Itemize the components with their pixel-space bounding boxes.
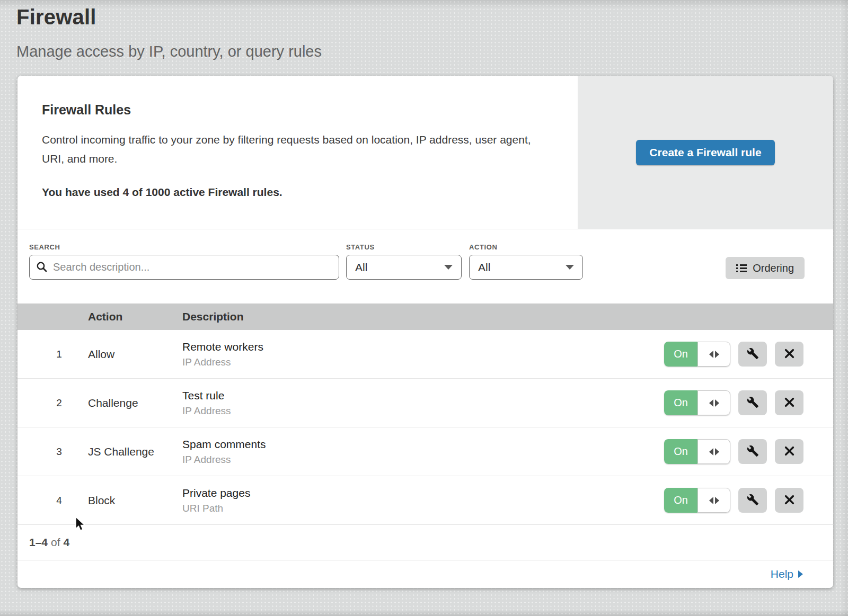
- page-header: Firewall Manage access by IP, country, o…: [0, 0, 848, 60]
- column-header-action: Action: [88, 310, 182, 323]
- delete-rule-button[interactable]: [775, 390, 803, 415]
- table-header: Action Description: [17, 303, 833, 330]
- rule-match-type: URI Path: [182, 503, 664, 514]
- toggle-arrows-icon: [697, 342, 730, 367]
- close-icon: [784, 397, 795, 409]
- rule-controls: On: [664, 390, 833, 415]
- rule-match-type: IP Address: [182, 405, 664, 417]
- dropdown-arrow-icon: [566, 265, 574, 270]
- rule-action: Block: [88, 494, 182, 507]
- rule-priority: 4: [17, 495, 88, 506]
- rule-enabled-toggle[interactable]: On: [664, 342, 730, 367]
- rule-description-cell: Private pages URI Path: [182, 487, 664, 514]
- close-icon: [784, 348, 795, 361]
- rule-action: Allow: [88, 348, 182, 361]
- rule-priority: 1: [17, 349, 88, 360]
- ordering-button[interactable]: Ordering: [726, 257, 805, 279]
- toggle-state-label: On: [664, 390, 697, 415]
- table-row: 4 Block Private pages URI Path On: [17, 476, 833, 525]
- rule-priority: 2: [17, 397, 88, 409]
- rule-description-cell: Spam comments IP Address: [182, 438, 664, 466]
- toggle-arrows-icon: [697, 488, 730, 513]
- action-select[interactable]: All: [469, 255, 583, 280]
- rule-description-cell: Remote workers IP Address: [182, 341, 664, 368]
- rule-enabled-toggle[interactable]: On: [664, 390, 730, 415]
- create-rule-panel: Create a Firewall rule: [578, 76, 833, 229]
- column-header-description: Description: [182, 310, 833, 323]
- rule-description: Spam comments: [182, 438, 664, 451]
- delete-rule-button[interactable]: [775, 488, 803, 513]
- intro-text-block: Firewall Rules Control incoming traffic …: [17, 76, 578, 229]
- rule-enabled-toggle[interactable]: On: [664, 488, 730, 513]
- wrench-icon: [747, 396, 759, 410]
- table-row: 3 JS Challenge Spam comments IP Address …: [17, 427, 833, 476]
- wrench-icon: [747, 494, 759, 507]
- help-arrow-icon: [798, 570, 803, 578]
- rule-match-type: IP Address: [182, 454, 664, 466]
- table-row: 2 Challenge Test rule IP Address On: [17, 379, 833, 427]
- intro-description: Control incoming traffic to your zone by…: [42, 130, 543, 168]
- rule-description: Private pages: [182, 487, 664, 499]
- filters-section: SEARCH STATUS All ACTION All: [17, 229, 833, 303]
- edit-rule-button[interactable]: [738, 488, 767, 513]
- rule-action: Challenge: [88, 397, 182, 409]
- help-link-label: Help: [771, 568, 793, 581]
- action-label: ACTION: [469, 243, 497, 251]
- rule-priority: 3: [17, 446, 88, 458]
- search-input[interactable]: [29, 255, 339, 280]
- rule-description: Test rule: [182, 389, 664, 402]
- delete-rule-button[interactable]: [775, 439, 803, 464]
- pagination-of: of: [51, 536, 60, 549]
- page-subtitle: Manage access by IP, country, or query r…: [16, 43, 848, 60]
- firewall-rules-card: Firewall Rules Control incoming traffic …: [17, 76, 833, 588]
- toggle-state-label: On: [664, 439, 697, 464]
- rule-action: JS Challenge: [88, 445, 182, 458]
- close-icon: [784, 445, 795, 458]
- status-select[interactable]: All: [346, 255, 462, 280]
- rule-match-type: IP Address: [182, 356, 664, 368]
- wrench-icon: [747, 347, 759, 361]
- toggle-state-label: On: [664, 488, 697, 513]
- card-intro-section: Firewall Rules Control incoming traffic …: [17, 76, 833, 229]
- help-link[interactable]: Help: [771, 568, 803, 581]
- rule-enabled-toggle[interactable]: On: [664, 439, 730, 464]
- delete-rule-button[interactable]: [775, 342, 803, 367]
- toggle-arrows-icon: [697, 439, 730, 464]
- toggle-state-label: On: [664, 342, 697, 367]
- pagination-total: 4: [64, 536, 70, 549]
- edit-rule-button[interactable]: [738, 439, 767, 464]
- search-icon: [36, 261, 48, 275]
- action-selected-value: All: [478, 261, 490, 274]
- pagination-status: 1–4 of 4: [17, 525, 833, 560]
- toggle-arrows-icon: [697, 390, 730, 415]
- edit-rule-button[interactable]: [738, 342, 767, 367]
- rule-description-cell: Test rule IP Address: [182, 389, 664, 417]
- page-title: Firewall: [16, 5, 848, 29]
- pagination-range: 1–4: [29, 536, 48, 549]
- create-firewall-rule-button[interactable]: Create a Firewall rule: [636, 140, 774, 165]
- rule-controls: On: [664, 342, 833, 367]
- table-row: 1 Allow Remote workers IP Address On: [17, 330, 833, 379]
- ordering-icon: [736, 264, 747, 272]
- edit-rule-button[interactable]: [738, 390, 767, 415]
- wrench-icon: [747, 445, 759, 459]
- intro-heading: Firewall Rules: [42, 102, 553, 118]
- dropdown-arrow-icon: [444, 265, 453, 270]
- status-label: STATUS: [346, 243, 375, 251]
- search-label: SEARCH: [29, 243, 60, 251]
- rule-controls: On: [664, 439, 833, 464]
- close-icon: [784, 494, 795, 507]
- status-selected-value: All: [355, 261, 367, 274]
- card-footer: Help: [17, 560, 833, 587]
- rule-controls: On: [664, 488, 833, 513]
- search-field-wrapper: [29, 255, 339, 280]
- rules-usage-text: You have used 4 of 1000 active Firewall …: [42, 186, 553, 199]
- rule-description: Remote workers: [182, 341, 664, 353]
- ordering-button-label: Ordering: [753, 262, 794, 274]
